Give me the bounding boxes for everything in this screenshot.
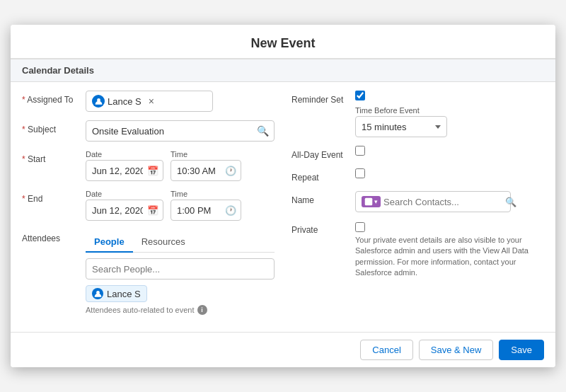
all-day-row: All-Day Event (291, 146, 544, 160)
assigned-to-input[interactable]: Lance S × (86, 91, 213, 112)
assigned-to-row: Assigned To Lance S × (22, 91, 275, 112)
reminder-set-checkbox[interactable] (355, 91, 365, 100)
attendee-user-icon (94, 290, 102, 298)
all-day-content (355, 146, 544, 156)
private-row: Private Your private event details are a… (291, 221, 544, 279)
time-before-select[interactable]: 15 minutes 30 minutes 1 hour 2 hours (355, 116, 447, 137)
start-date-wrap: 📅 (86, 160, 163, 181)
subject-content: 🔍 (86, 120, 275, 142)
start-date-time: Date 📅 Time (86, 150, 275, 181)
end-time-icon: 🕐 (225, 205, 236, 216)
user-icon (95, 98, 103, 105)
attendee-token: Lance S (86, 285, 147, 302)
attendees-tabs: People Resources (86, 232, 275, 253)
start-date-group: Date 📅 (86, 150, 163, 181)
time-before-label: Time Before Event (355, 106, 544, 115)
info-icon[interactable]: i (197, 305, 207, 315)
time-before-wrap: Time Before Event 15 minutes 30 minutes … (355, 106, 544, 137)
start-calendar-icon: 📅 (147, 166, 158, 176)
svg-point-3 (367, 200, 370, 202)
assigned-to-remove[interactable]: × (149, 96, 154, 107)
assigned-to-value: Lance S (108, 96, 142, 107)
end-time-wrap: 🕐 (171, 200, 241, 221)
tab-people[interactable]: People (86, 232, 133, 253)
start-time-group: Time 🕐 (171, 150, 241, 181)
end-date-wrap: 📅 (86, 200, 163, 221)
private-checkbox[interactable] (355, 222, 365, 232)
private-section (355, 221, 544, 232)
end-content: Date 📅 Time (86, 190, 275, 221)
end-label: End (22, 190, 86, 204)
attendees-content: People Resources (86, 229, 275, 315)
save-button[interactable]: Save (499, 340, 544, 360)
cancel-button[interactable]: Cancel (360, 340, 412, 360)
start-date-label: Date (86, 150, 163, 158)
all-day-label: All-Day Event (291, 146, 355, 160)
private-content: Your private event details are also visi… (355, 221, 544, 279)
modal-title: New Event (25, 36, 541, 51)
modal-overlay: New Event Calendar Details Assigned To (0, 0, 566, 392)
modal-footer: Cancel Save & New Save (11, 332, 555, 367)
attendees-label: Attendees (22, 229, 86, 243)
search-people-input[interactable] (86, 258, 275, 279)
save-new-button[interactable]: Save & New (419, 340, 494, 360)
subject-search-icon: 🔍 (257, 125, 269, 137)
name-type-chevron-icon: ▾ (374, 198, 378, 205)
name-search-icon: 🔍 (505, 197, 516, 207)
reminder-set-row: Reminder Set Time Before Event 15 minute… (291, 91, 544, 137)
name-type-badge[interactable]: ▾ (362, 196, 381, 207)
start-label: Start (22, 150, 86, 164)
end-time-label: Time (171, 190, 241, 198)
subject-input-wrap: 🔍 (86, 120, 275, 142)
attendees-row: Attendees People Resources (22, 229, 275, 315)
section-header: Calendar Details (11, 59, 555, 82)
repeat-checkbox-row (355, 168, 544, 178)
modal-body: Calendar Details Assigned To (11, 59, 555, 332)
repeat-row: Repeat (291, 168, 544, 183)
tab-resources[interactable]: Resources (133, 232, 194, 253)
modal-header: New Event (11, 25, 555, 59)
left-column: Assigned To Lance S × (22, 91, 275, 323)
name-label: Name (291, 191, 355, 205)
start-time-icon: 🕐 (225, 166, 236, 176)
subject-input[interactable] (86, 120, 275, 142)
name-search-input[interactable] (383, 197, 502, 207)
all-day-checkbox[interactable] (355, 146, 365, 156)
subject-label: Subject (22, 120, 86, 134)
start-time-wrap: 🕐 (171, 160, 241, 181)
repeat-checkbox[interactable] (355, 168, 365, 178)
attendee-avatar (92, 288, 103, 299)
end-date-group: Date 📅 (86, 190, 163, 221)
search-people-wrap (86, 258, 275, 279)
end-date-time: Date 📅 Time (86, 190, 275, 221)
name-row: Name ▾ (291, 191, 544, 212)
private-description: Your private event details are also visi… (355, 235, 539, 279)
subject-row: Subject 🔍 (22, 120, 275, 142)
end-time-group: Time 🕐 (171, 190, 241, 221)
reminder-set-label: Reminder Set (291, 91, 355, 105)
attendees-section: People Resources (86, 232, 275, 315)
assigned-to-label: Assigned To (22, 91, 86, 105)
assigned-to-avatar (92, 95, 105, 108)
time-before-group: Time Before Event 15 minutes 30 minutes … (355, 106, 544, 137)
private-label: Private (291, 221, 355, 235)
auto-related-note: Attendees auto-related to event i (86, 305, 275, 315)
reminder-set-content: Time Before Event 15 minutes 30 minutes … (355, 91, 544, 137)
repeat-content (355, 168, 544, 178)
right-column: Reminder Set Time Before Event 15 minute… (291, 91, 544, 323)
repeat-label: Repeat (291, 168, 355, 183)
end-date-label: Date (86, 190, 163, 198)
start-time-label: Time (171, 150, 241, 158)
end-calendar-icon: 📅 (147, 205, 158, 216)
assigned-to-token: Lance S × (92, 95, 154, 108)
attendee-name: Lance S (107, 289, 141, 299)
contact-icon (364, 197, 373, 206)
assigned-to-content: Lance S × (86, 91, 275, 112)
reminder-row (355, 91, 544, 100)
name-content: ▾ 🔍 (355, 191, 544, 212)
new-event-modal: New Event Calendar Details Assigned To (11, 25, 555, 367)
name-field-wrap: ▾ 🔍 (355, 191, 511, 212)
end-row: End Date 📅 (22, 190, 275, 221)
start-row: Start Date 📅 (22, 150, 275, 181)
start-content: Date 📅 Time (86, 150, 275, 181)
